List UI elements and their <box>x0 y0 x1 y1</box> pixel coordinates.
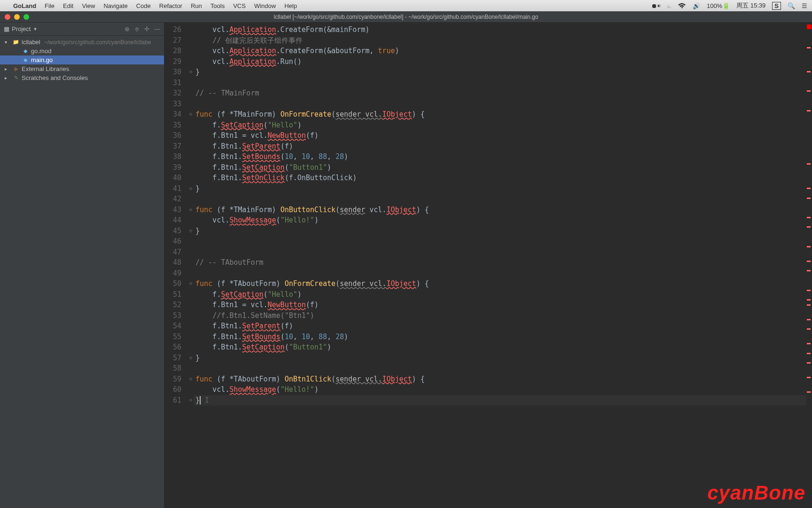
spotlight-icon[interactable]: 🔍 <box>788 2 795 9</box>
line-number[interactable]: 40 <box>166 173 181 183</box>
line-number-gutter[interactable]: 2627282930313233343536373839404142434445… <box>164 23 188 508</box>
menubar-item-edit[interactable]: Edit <box>63 2 73 9</box>
code-line[interactable]: f.Btn1 = vcl.NewButton(f) <box>194 130 806 141</box>
error-mark[interactable] <box>807 290 811 291</box>
error-mark[interactable] <box>807 110 811 111</box>
line-number[interactable]: 42 <box>166 194 181 205</box>
line-number[interactable]: 45 <box>166 226 181 237</box>
error-mark[interactable] <box>807 328 811 330</box>
code-line[interactable]: f.SetCaption("Hello") <box>194 289 806 300</box>
line-number[interactable]: 54 <box>166 321 181 332</box>
fold-marker[interactable]: ⊖ <box>188 278 194 289</box>
line-number[interactable]: 60 <box>166 384 181 395</box>
code-line[interactable] <box>194 247 806 258</box>
tree-item-main-go[interactable]: ◆main.go <box>0 56 164 64</box>
error-mark[interactable] <box>807 391 811 393</box>
expand-icon[interactable]: ▸ <box>5 75 10 80</box>
menubar-app-name[interactable]: GoLand <box>13 2 36 9</box>
code-line[interactable] <box>194 78 806 88</box>
code-line[interactable]: f.Btn1.SetParent(f) <box>194 141 806 152</box>
line-number[interactable]: 33 <box>166 99 181 110</box>
line-number[interactable]: 52 <box>166 300 181 310</box>
line-number[interactable]: 50 <box>166 278 181 289</box>
volume-icon[interactable]: 🔊 <box>693 2 700 9</box>
fold-marker[interactable]: ⊖ <box>188 205 194 215</box>
line-number[interactable]: 38 <box>166 151 181 162</box>
code-line[interactable]: } <box>194 353 806 364</box>
error-mark[interactable] <box>807 362 811 364</box>
sidebar-hide-icon[interactable]: — <box>154 25 160 32</box>
code-line[interactable] <box>194 236 806 247</box>
code-line[interactable]: f.Btn1.SetCaption("Button1") <box>194 162 806 173</box>
error-mark[interactable] <box>807 377 811 378</box>
code-line[interactable]: // 创建完后关联子组件事件 <box>194 35 806 46</box>
code-editor[interactable]: 2627282930313233343536373839404142434445… <box>164 23 812 508</box>
error-mark[interactable] <box>807 270 811 271</box>
line-number[interactable]: 58 <box>166 363 181 374</box>
project-tool-icon[interactable]: ▦ <box>4 25 9 32</box>
line-number[interactable]: 61 <box>166 395 181 406</box>
menubar-item-run[interactable]: Run <box>191 2 202 9</box>
code-line[interactable]: // -- TMainForm <box>194 88 806 99</box>
code-line[interactable]: func (f *TAboutForm) OnFormCreate(sender… <box>194 278 806 289</box>
fold-marker[interactable]: ⊖ <box>188 67 194 78</box>
line-number[interactable]: 35 <box>166 120 181 131</box>
menubar-item-help[interactable]: Help <box>284 2 297 9</box>
code-line[interactable]: f.SetCaption("Hello") <box>194 120 806 131</box>
maximize-window-button[interactable] <box>23 14 29 20</box>
line-number[interactable]: 59 <box>166 374 181 385</box>
minimize-window-button[interactable] <box>14 14 20 20</box>
code-line[interactable]: f.Btn1.SetBounds(10, 10, 88, 28) <box>194 151 806 162</box>
line-number[interactable]: 31 <box>166 78 181 88</box>
line-number[interactable]: 55 <box>166 332 181 342</box>
error-mark[interactable] <box>807 343 811 344</box>
line-number[interactable]: 26 <box>166 24 181 35</box>
sidebar-settings-icon[interactable]: ✢ <box>144 25 149 32</box>
screen-record-icon[interactable]: ⏺◧ <box>651 2 661 9</box>
fold-marker[interactable]: ⊖ <box>188 374 194 385</box>
code-line[interactable]: func (f *TMainForm) OnFormCreate(sender … <box>194 109 806 120</box>
code-line[interactable]: func (f *TAboutForm) OnBtn1Click(sender … <box>194 374 806 385</box>
line-number[interactable]: 53 <box>166 310 181 321</box>
code-line[interactable]: } <box>194 226 806 237</box>
code-line[interactable] <box>194 194 806 205</box>
code-line[interactable]: } <box>194 183 806 194</box>
error-mark[interactable] <box>807 71 811 72</box>
error-mark[interactable] <box>807 226 811 228</box>
battery-status[interactable]: 100% 🔋 <box>707 2 730 9</box>
fold-marker[interactable]: ⊖ <box>188 353 194 364</box>
menubar-item-navigate[interactable]: Navigate <box>103 2 127 9</box>
menubar-item-refactor[interactable]: Refactor <box>159 2 182 9</box>
sidebar-target-icon[interactable]: ⊕ <box>125 25 130 32</box>
code-line[interactable]: f.Btn1.SetOnClick(f.OnButtonClick) <box>194 173 806 183</box>
sidebar-title-label[interactable]: Project <box>12 25 31 32</box>
error-mark[interactable] <box>807 299 811 301</box>
code-area[interactable]: vcl.Application.CreateForm(&mainForm) //… <box>194 23 806 508</box>
error-stripe[interactable] <box>806 23 812 508</box>
code-line[interactable] <box>194 268 806 279</box>
error-mark[interactable] <box>807 261 811 262</box>
expand-icon[interactable]: ▸ <box>5 66 10 71</box>
project-tree[interactable]: ▾📁lcllabel~/work/go/src/github.com/cyanB… <box>0 36 164 84</box>
code-line[interactable]: vcl.Application.Run() <box>194 56 806 67</box>
wifi-icon[interactable] <box>678 3 686 8</box>
line-number[interactable]: 32 <box>166 88 181 99</box>
code-line[interactable]: f.Btn1.SetBounds(10, 10, 88, 28) <box>194 332 806 342</box>
line-number[interactable]: 43 <box>166 205 181 215</box>
error-mark[interactable] <box>807 319 811 320</box>
tree-item-external-libraries[interactable]: ▸⫸External Libraries <box>0 64 164 73</box>
menubar-item-tools[interactable]: Tools <box>211 2 225 9</box>
menubar-item-code[interactable]: Code <box>136 2 151 9</box>
line-number[interactable]: 47 <box>166 247 181 258</box>
bluetooth-icon[interactable]: ⎁ <box>667 2 671 9</box>
menubar-item-view[interactable]: View <box>82 2 95 9</box>
code-line[interactable]: vcl.ShowMessage("Hello!") <box>194 384 806 395</box>
line-number[interactable]: 39 <box>166 162 181 173</box>
line-number[interactable]: 30 <box>166 67 181 78</box>
fold-marker[interactable]: ⊖ <box>188 183 194 194</box>
line-number[interactable]: 46 <box>166 236 181 247</box>
sidebar-expand-icon[interactable]: ≑ <box>134 25 140 32</box>
code-line[interactable]: f.Btn1.SetCaption("Button1") <box>194 342 806 353</box>
line-number[interactable]: 28 <box>166 46 181 56</box>
close-window-button[interactable] <box>5 14 10 20</box>
